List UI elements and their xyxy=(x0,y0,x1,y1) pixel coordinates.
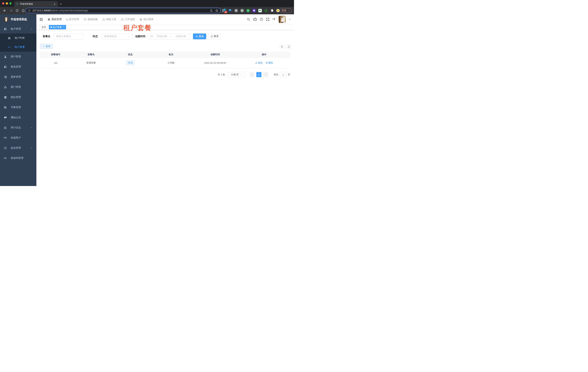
main-content: 套餐名 请输入套餐名 状态 请选择状态 创建时间 开始日期 xyxy=(36,30,294,186)
goto-page-input[interactable]: 1 xyxy=(280,72,286,77)
help-icon[interactable] xyxy=(260,18,263,21)
sidebar-item-post-management[interactable]: 岗位管理 xyxy=(0,92,36,102)
table-search-button[interactable] xyxy=(280,44,284,49)
browser-tab[interactable]: 芋道管理系统 × xyxy=(14,1,58,7)
sidebar-item-role-management[interactable]: 角色管理 xyxy=(0,62,36,72)
user-icon xyxy=(4,55,7,58)
end-date-placeholder: 结束日期 xyxy=(173,35,189,38)
chevron-up-icon xyxy=(31,28,33,30)
browser-menu-icon[interactable]: ⋮ xyxy=(288,9,290,12)
org-chart-icon xyxy=(4,86,7,89)
extension-dot-icon[interactable] xyxy=(240,9,244,12)
sidebar-item-sms-management[interactable]: 短信管理 xyxy=(0,143,36,153)
logo-row[interactable]: 芋道管理系统 xyxy=(0,14,36,24)
sidebar-item-error-code[interactable]: 错误码管理 xyxy=(0,153,36,163)
share-icon[interactable] xyxy=(210,9,213,12)
browser-update-button[interactable]: 更新 ⋮ xyxy=(280,8,292,13)
user-avatar[interactable] xyxy=(278,16,286,23)
url-text[interactable]: 127.0.0.1:48080/admin-ui/system/tenant/p… xyxy=(32,9,207,12)
address-bar[interactable]: 127.0.0.1:48080/admin-ui/system/tenant/p… xyxy=(25,8,221,13)
package-table: 套餐编号 套餐名 状态 备注 创建时间 操作 111 普通套餐 开启 小功能 2… xyxy=(40,52,290,68)
page-number-button[interactable]: 1 xyxy=(256,72,262,77)
prev-page-button[interactable] xyxy=(250,72,254,77)
chat-bubble-icon xyxy=(4,116,7,119)
extension-tabs-icon[interactable]: 10 xyxy=(222,9,226,12)
sidebar-collapse-icon[interactable] xyxy=(40,18,43,21)
tag-tenant-package[interactable]: 租户套餐 × xyxy=(49,25,66,29)
sidebar-item-label: 字典管理 xyxy=(11,106,21,109)
sidebar-item-online-users[interactable]: 在线用户 xyxy=(0,133,36,143)
chevron-down-icon xyxy=(31,147,33,149)
sidebar-item-user-management[interactable]: 用户管理 xyxy=(0,52,36,62)
add-button[interactable]: ＋ 新增 xyxy=(40,44,53,49)
extension-chat-icon[interactable] xyxy=(258,9,262,12)
fullscreen-icon[interactable] xyxy=(266,18,269,21)
sidebar-item-tenant-list[interactable]: 租户列表 xyxy=(0,33,36,43)
search-button-label: 搜索 xyxy=(199,35,204,38)
edit-label: 修改 xyxy=(258,61,263,64)
close-window-button[interactable] xyxy=(2,2,4,5)
create-time-label: 创建时间 xyxy=(135,35,145,38)
sidebar-item-notice[interactable]: 通知公告 xyxy=(0,112,36,123)
table-header: 套餐编号 套餐名 状态 备注 创建时间 操作 xyxy=(40,52,290,58)
tab-close-icon[interactable]: × xyxy=(53,2,56,6)
date-range-picker[interactable]: 开始日期 - 结束日期 xyxy=(148,33,191,39)
total-count: 共 1 条 xyxy=(218,73,225,76)
extension-y-icon[interactable]: y xyxy=(246,9,250,12)
site-info-icon[interactable] xyxy=(28,9,31,12)
table-refresh-button[interactable] xyxy=(286,44,291,49)
extension-star-icon[interactable] xyxy=(264,9,268,12)
gear-icon xyxy=(48,18,50,21)
github-icon[interactable] xyxy=(253,18,257,21)
extension-command-icon[interactable]: ⌘ xyxy=(234,9,238,12)
sidebar-item-tenant-management[interactable]: 租户管理 xyxy=(0,24,36,33)
page-size-select[interactable]: 10条/页 xyxy=(228,72,245,77)
reset-button[interactable]: 重置 xyxy=(208,33,221,39)
search-icon[interactable] xyxy=(247,18,250,21)
nav-item-payment[interactable]: ¥ 支付管理 xyxy=(66,18,79,21)
sidebar-item-label: 在线用户 xyxy=(11,136,21,139)
font-size-icon[interactable]: TT xyxy=(273,18,275,21)
extension-puzzle-icon[interactable] xyxy=(270,9,274,12)
top-nav: 系统管理 ¥ 支付管理 基础设施 研发工具 xyxy=(48,18,154,21)
sidebar-item-dict-management[interactable]: 字典管理 xyxy=(0,102,36,112)
cell-created-time: 2022-02-22 00:54:00 xyxy=(192,62,238,64)
avatar-caret-icon[interactable] xyxy=(289,18,291,21)
sidebar-item-tenant-package[interactable]: 租户套餐 xyxy=(0,43,36,52)
home-button[interactable] xyxy=(21,8,26,13)
sidebar-item-label: 租户套餐 xyxy=(15,45,25,49)
bookmark-star-icon[interactable] xyxy=(215,9,218,12)
pagination: 共 1 条 10条/页 1 前往 1 页 xyxy=(218,72,290,77)
nav-item-report[interactable]: 统计报表 xyxy=(140,18,154,21)
nav-item-system[interactable]: 系统管理 xyxy=(48,18,62,21)
edit-link[interactable]: 修改 xyxy=(255,61,263,64)
extension-emoji-icon[interactable] xyxy=(276,9,280,12)
sidebar-item-dept-management[interactable]: 部门管理 xyxy=(0,82,36,92)
extension-gem-icon[interactable] xyxy=(228,9,232,12)
forward-button[interactable] xyxy=(9,8,14,13)
nav-item-infrastructure[interactable]: 基础设施 xyxy=(84,18,98,21)
cell-actions: 修改 删除 xyxy=(238,61,290,64)
status-select[interactable]: 请选择状态 xyxy=(102,33,132,39)
delete-link[interactable]: 删除 xyxy=(266,61,273,64)
nav-item-workflow[interactable]: 工作流程 xyxy=(121,18,135,21)
maximize-window-button[interactable] xyxy=(10,2,11,5)
sidebar-item-label: 租户列表 xyxy=(15,36,25,40)
next-page-button[interactable] xyxy=(263,72,268,77)
nav-item-dev-tools[interactable]: 研发工具 xyxy=(102,18,116,21)
nav-label: 工作流程 xyxy=(125,18,135,21)
tag-home[interactable]: 首页 xyxy=(40,25,48,29)
search-button[interactable]: 搜索 xyxy=(193,33,206,39)
tag-close-icon[interactable]: × xyxy=(63,26,64,28)
new-tab-button[interactable]: + xyxy=(60,1,62,7)
date-separator: - xyxy=(171,35,172,38)
extension-shield-icon[interactable] xyxy=(252,9,256,12)
sidebar-item-audit-log[interactable]: 审计日志 xyxy=(0,123,36,133)
reload-button[interactable] xyxy=(14,8,20,13)
package-name-input[interactable]: 请输入套餐名 xyxy=(53,33,84,39)
minimize-window-button[interactable] xyxy=(6,2,8,5)
sidebar-item-menu-management[interactable]: 菜单管理 xyxy=(0,72,36,82)
cell-status: 开启 xyxy=(111,60,150,65)
goto-label: 前往 xyxy=(274,73,278,76)
back-button[interactable] xyxy=(2,8,7,13)
